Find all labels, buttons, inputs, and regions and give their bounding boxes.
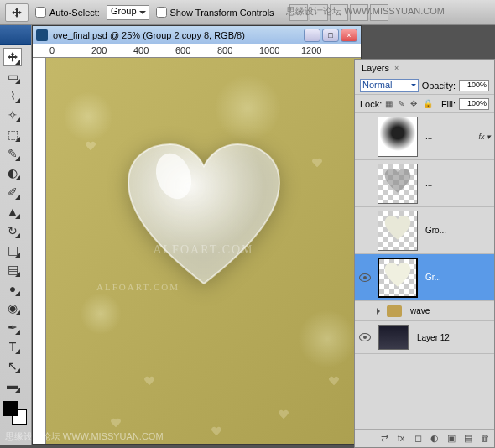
layers-tab[interactable]: Layers × bbox=[355, 60, 494, 76]
lock-all-icon[interactable]: 🔒 bbox=[423, 99, 433, 109]
dodge-tool[interactable]: ◉ bbox=[3, 299, 22, 317]
layers-panel: Layers × Normal Opacity: 100% Lock: ▦ ✎ … bbox=[354, 59, 495, 448]
opacity-input[interactable]: 100% bbox=[459, 80, 489, 91]
glass-heart-artwork bbox=[120, 136, 288, 304]
stamp-tool[interactable]: ▲ bbox=[3, 202, 22, 221]
toolbox-header[interactable] bbox=[0, 25, 31, 45]
layer-thumbnail[interactable] bbox=[378, 258, 418, 298]
wand-tool[interactable]: ✧ bbox=[3, 106, 22, 124]
gradient-tool[interactable]: ▤ bbox=[3, 260, 22, 279]
layer-name[interactable]: wave bbox=[407, 306, 492, 315]
close-tab-icon[interactable]: × bbox=[394, 64, 399, 72]
move-tool[interactable] bbox=[3, 48, 22, 66]
crop-tool[interactable]: ⬚ bbox=[3, 125, 22, 143]
new-layer-icon[interactable]: ▤ bbox=[462, 433, 474, 445]
delete-layer-icon[interactable]: 🗑 bbox=[479, 433, 491, 445]
layer-thumbnail[interactable] bbox=[378, 117, 418, 157]
eraser-tool[interactable]: ◫ bbox=[3, 241, 22, 259]
layer-name[interactable]: Layer 12 bbox=[414, 333, 492, 342]
toolbox: ▭ ⌇ ✧ ⬚ ✎ ◐ ✐ ▲ ↻ ◫ ▤ ● ◉ ✒ T ↖ ▬ bbox=[0, 25, 32, 445]
lock-label: Lock: bbox=[360, 99, 382, 109]
options-bar: Auto-Select: Group Show Transform Contro… bbox=[0, 0, 495, 25]
blend-mode-dropdown[interactable]: Normal bbox=[360, 79, 419, 92]
expand-arrow-icon[interactable] bbox=[377, 308, 383, 315]
layers-panel-footer: ⇄ fx ◻ ◐ ▣ ▤ 🗑 bbox=[355, 429, 494, 447]
layer-name[interactable]: Gro... bbox=[422, 226, 492, 235]
healing-tool[interactable]: ◐ bbox=[3, 164, 22, 182]
canvas: ALFOART.COM ALFOART.COM bbox=[46, 58, 361, 444]
document-title: ove_final.psd @ 25% (Group 2 copy 8, RGB… bbox=[48, 30, 304, 40]
marquee-tool[interactable]: ▭ bbox=[3, 67, 22, 86]
layer-list: ... fx ▾ ... Gro... Gr... bbox=[355, 113, 494, 429]
blur-tool[interactable]: ● bbox=[3, 279, 22, 298]
adjustment-layer-icon[interactable]: ◐ bbox=[429, 433, 440, 445]
history-brush-tool[interactable]: ↻ bbox=[3, 221, 22, 240]
folder-icon bbox=[387, 305, 402, 317]
brush-tool[interactable]: ✐ bbox=[3, 183, 22, 201]
new-group-icon[interactable]: ▣ bbox=[446, 433, 457, 445]
layer-name[interactable]: ... bbox=[422, 179, 492, 188]
move-icon bbox=[11, 7, 23, 18]
canvas-area[interactable]: ALFOART.COM ALFOART.COM bbox=[46, 58, 361, 444]
fill-input[interactable]: 100% bbox=[459, 98, 489, 110]
pen-tool[interactable]: ✒ bbox=[3, 318, 22, 336]
opacity-label: Opacity: bbox=[422, 81, 456, 91]
path-tool[interactable]: ↖ bbox=[3, 357, 22, 375]
layer-fx-icon[interactable]: fx bbox=[395, 433, 407, 445]
show-transform-checkbox[interactable]: Show Transform Controls bbox=[156, 7, 274, 18]
canvas-watermark-main: ALFOART.COM bbox=[153, 243, 253, 257]
type-tool[interactable]: T bbox=[3, 337, 22, 356]
horizontal-ruler[interactable]: 0 200 400 600 800 1000 1200 bbox=[33, 44, 361, 58]
auto-select-label: Auto-Select: bbox=[50, 8, 100, 18]
color-swatches[interactable] bbox=[3, 401, 27, 425]
lock-transparency-icon[interactable]: ▦ bbox=[385, 99, 395, 109]
layer-row[interactable]: Gro... bbox=[355, 207, 494, 254]
layer-row[interactable]: ... bbox=[355, 160, 494, 207]
layer-thumbnail[interactable] bbox=[378, 211, 418, 251]
maximize-button[interactable]: □ bbox=[322, 29, 339, 42]
blend-opacity-row: Normal Opacity: 100% bbox=[355, 76, 494, 95]
fill-label: Fill: bbox=[441, 99, 456, 109]
layer-group-row[interactable]: wave bbox=[355, 301, 494, 321]
shape-tool[interactable]: ▬ bbox=[3, 376, 22, 394]
eyedropper-tool[interactable]: ✎ bbox=[3, 144, 22, 163]
fx-indicator[interactable]: fx ▾ bbox=[478, 133, 491, 141]
layer-thumbnail[interactable] bbox=[378, 164, 418, 204]
document-window: ove_final.psd @ 25% (Group 2 copy 8, RGB… bbox=[32, 25, 362, 445]
lock-pixels-icon[interactable]: ✎ bbox=[398, 99, 408, 109]
link-layers-icon[interactable]: ⇄ bbox=[378, 433, 390, 445]
eye-icon bbox=[359, 273, 371, 282]
layer-mask-icon[interactable]: ◻ bbox=[412, 433, 424, 445]
auto-select-checkbox[interactable]: Auto-Select: bbox=[35, 7, 100, 18]
minimize-button[interactable]: _ bbox=[304, 29, 320, 42]
watermark-bottom: 思缘设计论坛 WWW.MISSYUAN.COM bbox=[5, 430, 164, 443]
lock-position-icon[interactable]: ✥ bbox=[410, 99, 420, 109]
layer-name[interactable]: Gr... bbox=[422, 273, 492, 282]
fg-color-swatch[interactable] bbox=[3, 401, 18, 416]
ps-file-icon bbox=[36, 29, 48, 41]
auto-select-dropdown[interactable]: Group bbox=[107, 5, 149, 20]
show-transform-label: Show Transform Controls bbox=[170, 8, 274, 18]
lasso-tool[interactable]: ⌇ bbox=[3, 86, 22, 105]
canvas-watermark-small: ALFOART.COM bbox=[96, 282, 180, 292]
visibility-toggle[interactable] bbox=[357, 333, 373, 341]
vertical-ruler[interactable] bbox=[33, 58, 46, 444]
layer-row[interactable]: ... fx ▾ bbox=[355, 113, 494, 160]
close-button[interactable]: × bbox=[341, 29, 357, 42]
layer-row[interactable]: Gr... bbox=[355, 254, 494, 301]
layer-name[interactable]: ... bbox=[422, 132, 478, 141]
layer-thumbnail[interactable] bbox=[378, 325, 409, 350]
document-titlebar[interactable]: ove_final.psd @ 25% (Group 2 copy 8, RGB… bbox=[33, 26, 361, 44]
watermark-top: 思缘设计论坛 WWW.MISSYUAN.COM bbox=[286, 5, 445, 18]
eye-icon bbox=[359, 333, 371, 341]
layer-row[interactable]: Layer 12 bbox=[355, 321, 494, 354]
visibility-toggle[interactable] bbox=[357, 273, 373, 282]
lock-fill-row: Lock: ▦ ✎ ✥ 🔒 Fill: 100% bbox=[355, 95, 494, 113]
move-tool-indicator[interactable] bbox=[5, 3, 29, 22]
